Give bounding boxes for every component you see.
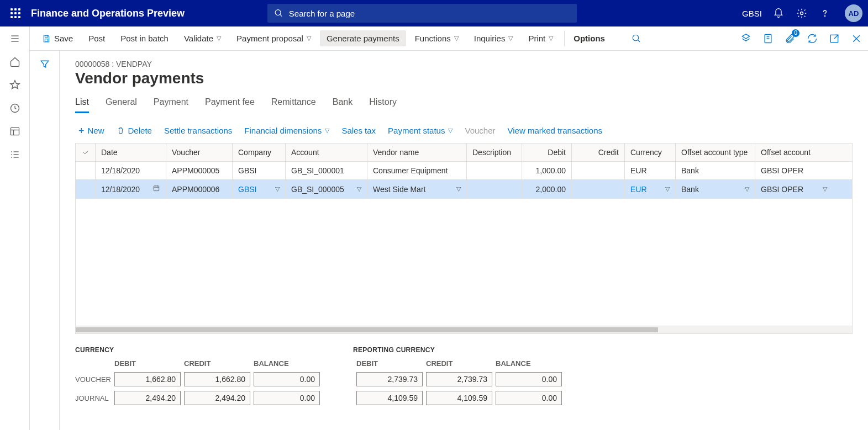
cell-vendor[interactable]: West Side Mart▽ xyxy=(367,180,467,198)
tab-payment-fee[interactable]: Payment fee xyxy=(205,97,255,113)
save-button[interactable]: Save xyxy=(35,30,80,46)
journal-row-label: JOURNAL xyxy=(75,394,111,402)
table-row[interactable]: 12/18/2020 APPM000006 GBSI▽ GB_SI_000005… xyxy=(76,180,852,199)
select-all-checkbox[interactable] xyxy=(76,144,96,161)
cell-company[interactable]: GBSI▽ xyxy=(233,180,286,198)
clock-icon[interactable] xyxy=(8,102,22,115)
attach-badge: 0 xyxy=(792,29,799,37)
tab-list[interactable]: List xyxy=(75,97,89,113)
row-checkbox[interactable] xyxy=(76,162,96,179)
financial-dim-button[interactable]: Financial dimensions▽ xyxy=(244,126,329,135)
chevron-down-icon[interactable]: ▽ xyxy=(823,185,827,193)
cell-offtype[interactable]: Bank xyxy=(676,162,755,179)
chevron-down-icon[interactable]: ▽ xyxy=(275,185,280,193)
modules-icon[interactable] xyxy=(8,148,22,161)
tab-bank[interactable]: Bank xyxy=(333,97,353,113)
view-marked-button[interactable]: View marked transactions xyxy=(508,126,602,135)
payment-status-button[interactable]: Payment status▽ xyxy=(388,126,453,135)
popout-icon[interactable] xyxy=(828,33,840,45)
col-date[interactable]: Date xyxy=(96,144,166,161)
col-currency[interactable]: Currency xyxy=(625,144,676,161)
chevron-down-icon[interactable]: ▽ xyxy=(456,185,461,193)
delete-button[interactable]: Delete xyxy=(117,126,152,135)
command-row: +New Delete Settle transactions Financia… xyxy=(75,126,853,135)
save-label: Save xyxy=(54,34,73,43)
col-company[interactable]: Company xyxy=(233,144,286,161)
help-icon[interactable] xyxy=(818,7,832,20)
action-search-icon[interactable] xyxy=(625,30,648,47)
col-offset-type[interactable]: Offset account type xyxy=(676,144,755,161)
payment-proposal-button[interactable]: Payment proposal▽ xyxy=(230,30,318,46)
cell-desc[interactable] xyxy=(467,162,522,179)
sales-tax-button[interactable]: Sales tax xyxy=(341,126,376,135)
tab-payment[interactable]: Payment xyxy=(154,97,188,113)
refresh-icon[interactable] xyxy=(806,33,818,45)
search-input[interactable] xyxy=(289,9,570,18)
settle-button[interactable]: Settle transactions xyxy=(164,126,232,135)
star-icon[interactable] xyxy=(8,78,22,92)
cell-voucher[interactable]: APPM000006 xyxy=(166,180,233,198)
company-code[interactable]: GBSI xyxy=(742,9,762,18)
generate-payments-button[interactable]: Generate payments xyxy=(320,30,406,46)
page-options-icon[interactable] xyxy=(762,33,774,45)
col-credit[interactable]: Credit xyxy=(572,144,625,161)
reporting-title: REPORTING CURRENCY xyxy=(353,346,562,354)
tab-remittance[interactable]: Remittance xyxy=(271,97,316,113)
attachments-icon[interactable]: 0 xyxy=(784,33,796,45)
data-table: Date Voucher Company Account Vendor name… xyxy=(75,143,853,334)
cell-account[interactable]: GB_SI_000001 xyxy=(286,162,367,179)
chevron-down-icon[interactable]: ▽ xyxy=(665,185,670,193)
functions-button[interactable]: Functions▽ xyxy=(408,30,465,46)
cell-vendor[interactable]: Consumer Equipment xyxy=(367,162,467,179)
global-search[interactable] xyxy=(267,4,577,23)
print-button[interactable]: Print▽ xyxy=(522,30,560,46)
bell-icon[interactable] xyxy=(772,7,785,20)
cell-date[interactable]: 12/18/2020 xyxy=(96,162,166,179)
chevron-down-icon[interactable]: ▽ xyxy=(357,185,361,193)
tab-history[interactable]: History xyxy=(369,97,397,113)
cell-company[interactable]: GBSI xyxy=(233,162,286,179)
post-batch-button[interactable]: Post in batch xyxy=(114,30,175,46)
tab-general[interactable]: General xyxy=(106,97,137,113)
cell-credit[interactable] xyxy=(572,162,625,179)
validate-button[interactable]: Validate▽ xyxy=(177,30,228,46)
cell-debit[interactable]: 2,000.00 xyxy=(522,180,572,198)
cell-credit[interactable] xyxy=(572,180,625,198)
hamburger-icon[interactable] xyxy=(8,32,22,45)
filter-icon[interactable] xyxy=(39,59,50,430)
col-credit-label: CREDIT xyxy=(426,359,492,368)
cell-offacct[interactable]: GBSI OPER xyxy=(755,162,833,179)
chevron-down-icon[interactable]: ▽ xyxy=(745,185,749,193)
calendar-icon[interactable] xyxy=(152,184,160,194)
new-button[interactable]: +New xyxy=(78,126,104,135)
cell-voucher[interactable]: APPM000005 xyxy=(166,162,233,179)
col-vendor-name[interactable]: Vendor name xyxy=(367,144,467,161)
cell-currency[interactable]: EUR▽ xyxy=(625,180,676,198)
col-debit[interactable]: Debit xyxy=(522,144,572,161)
curr-journal-credit: 2,494.20 xyxy=(184,391,250,405)
cell-debit[interactable]: 1,000.00 xyxy=(522,162,572,179)
app-launcher-icon[interactable] xyxy=(6,3,25,23)
row-checkbox[interactable] xyxy=(76,180,96,198)
cell-date[interactable]: 12/18/2020 xyxy=(96,180,166,198)
cell-offacct[interactable]: GBSI OPER▽ xyxy=(755,180,833,198)
close-icon[interactable] xyxy=(850,33,862,45)
workspace-icon[interactable] xyxy=(8,125,22,138)
inquiries-button[interactable]: Inquiries▽ xyxy=(467,30,520,46)
cell-currency[interactable]: EUR xyxy=(625,162,676,179)
horizontal-scrollbar[interactable] xyxy=(76,326,852,333)
cell-account[interactable]: GB_SI_000005▽ xyxy=(286,180,367,198)
home-icon[interactable] xyxy=(8,55,22,68)
gear-icon[interactable] xyxy=(795,7,808,20)
table-row[interactable]: 12/18/2020 APPM000005 GBSI GB_SI_000001 … xyxy=(76,162,852,180)
avatar[interactable]: AD xyxy=(845,4,862,22)
cell-offtype[interactable]: Bank▽ xyxy=(676,180,755,198)
options-button[interactable]: Options xyxy=(564,30,612,46)
col-offset-account[interactable]: Offset account xyxy=(755,144,833,161)
cell-desc[interactable] xyxy=(467,180,522,198)
col-voucher[interactable]: Voucher xyxy=(166,144,233,161)
col-account[interactable]: Account xyxy=(286,144,367,161)
personalize-icon[interactable] xyxy=(740,33,752,45)
col-description[interactable]: Description xyxy=(467,144,522,161)
post-button[interactable]: Post xyxy=(82,30,112,46)
